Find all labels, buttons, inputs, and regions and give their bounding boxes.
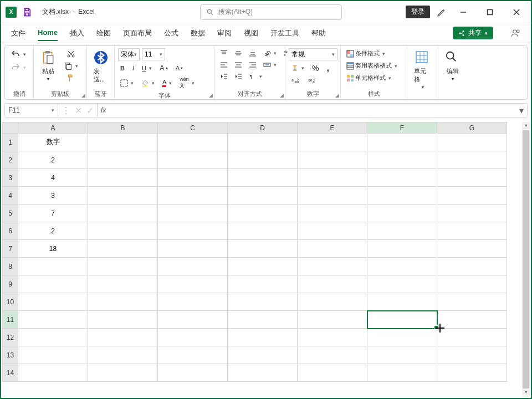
cell-F12[interactable] [367,329,437,346]
cell-G12[interactable] [437,329,507,346]
cell-B14[interactable] [88,364,158,382]
cell-G13[interactable] [437,346,507,364]
close-button[interactable] [507,2,526,22]
cell-C9[interactable] [158,275,228,293]
row-header-10[interactable]: 10 [3,293,18,311]
minimize-button[interactable] [453,2,473,22]
cell-G6[interactable] [437,222,507,240]
cell-G4[interactable] [437,187,507,204]
undo-button[interactable] [8,48,28,60]
format-painter-button[interactable] [64,73,78,84]
cell-C1[interactable] [158,134,228,151]
cell-C11[interactable] [158,311,228,329]
cell-E11[interactable] [298,311,367,329]
align-center-button[interactable] [232,60,244,70]
scroll-down-button[interactable]: ▾ [522,389,530,397]
cell-E8[interactable] [298,258,367,275]
cell-E7[interactable] [298,240,367,258]
find-button[interactable]: 编辑 ▾ [442,48,464,84]
cell-B2[interactable] [88,151,158,169]
col-header-E[interactable]: E [298,122,367,134]
cell-A5[interactable]: 7 [18,204,88,222]
underline-button[interactable]: U [140,64,154,73]
tab-draw[interactable]: 绘图 [96,25,111,42]
conditional-format-button[interactable]: 条件格式 [344,48,387,59]
cell-F10[interactable] [367,293,437,311]
cell-A2[interactable]: 2 [18,151,88,169]
cell-A11[interactable] [18,311,88,329]
font-name-combo[interactable]: 宋体▾ [118,48,140,60]
font-launcher[interactable]: ◢ [209,93,213,98]
cell-G9[interactable] [437,275,507,293]
cell-E12[interactable] [298,329,367,346]
formula-expand-button[interactable]: ▾ [516,105,527,116]
cell-G1[interactable] [437,134,507,151]
bluetooth-send-button[interactable]: 发送... [90,48,112,86]
fill-color-button[interactable] [139,78,157,88]
cell-A12[interactable] [18,329,88,346]
cell-C3[interactable] [158,169,228,187]
cell-C13[interactable] [158,346,228,364]
cell-A4[interactable]: 3 [18,187,88,204]
cell-A9[interactable] [18,275,88,293]
merge-button[interactable] [261,60,279,70]
cell-B4[interactable] [88,187,158,204]
cell-F9[interactable] [367,275,437,293]
enter-formula-button[interactable]: ✓ [86,105,94,116]
tab-review[interactable]: 审阅 [217,25,232,42]
save-icon[interactable] [22,7,32,17]
cell-E14[interactable] [298,364,367,382]
row-header-12[interactable]: 12 [3,329,18,346]
cell-D14[interactable] [228,364,298,382]
cell-B10[interactable] [88,293,158,311]
cell-C14[interactable] [158,364,228,382]
maximize-button[interactable] [480,2,500,22]
select-all-corner[interactable] [3,122,18,134]
cell-E9[interactable] [298,275,367,293]
cell-G3[interactable] [437,169,507,187]
col-header-F[interactable]: F [367,122,437,134]
cell-F11[interactable] [367,311,437,329]
row-header-7[interactable]: 7 [3,240,18,258]
cell-E2[interactable] [298,151,367,169]
cut-button[interactable] [64,48,78,59]
italic-button[interactable]: I [130,64,136,73]
row-header-11[interactable]: 11 [3,311,18,329]
cell-D10[interactable] [228,293,298,311]
cell-A6[interactable]: 2 [18,222,88,240]
tab-layout[interactable]: 页面布局 [123,25,152,42]
vertical-scrollbar[interactable]: ▴ ▾ [522,122,530,397]
cell-B7[interactable] [88,240,158,258]
accounting-format-button[interactable] [289,62,306,74]
cell-B12[interactable] [88,329,158,346]
cell-C12[interactable] [158,329,228,346]
login-button[interactable]: 登录 [406,6,430,18]
tab-home[interactable]: Home [38,25,58,41]
cell-B11[interactable] [88,311,158,329]
cell-D5[interactable] [228,204,298,222]
increase-font-button[interactable]: A▴ [157,63,170,73]
decrease-font-button[interactable]: A▾ [173,64,185,73]
bold-button[interactable]: B [118,64,127,73]
cell-D11[interactable] [228,311,298,329]
cell-D3[interactable] [228,169,298,187]
cell-B9[interactable] [88,275,158,293]
tab-data[interactable]: 数据 [191,25,205,42]
share-button[interactable]: 共享 ▾ [453,27,493,39]
cell-G2[interactable] [437,151,507,169]
row-header-4[interactable]: 4 [3,187,18,204]
tab-view[interactable]: 视图 [244,25,258,42]
cell-F13[interactable] [367,346,437,364]
cell-G10[interactable] [437,293,507,311]
cell-A8[interactable] [18,258,88,275]
col-header-D[interactable]: D [228,122,298,134]
decrease-decimal-button[interactable]: .00.0 [305,76,319,86]
tab-help[interactable]: 帮助 [311,25,326,42]
search-box[interactable]: 搜索(Alt+Q) [200,4,342,20]
cell-G5[interactable] [437,204,507,222]
cell-F14[interactable] [367,364,437,382]
decrease-indent-button[interactable] [218,71,230,81]
cell-F4[interactable] [367,187,437,204]
fx-icon[interactable]: fx [98,106,109,114]
cell-A1[interactable]: 数字 [18,134,88,151]
